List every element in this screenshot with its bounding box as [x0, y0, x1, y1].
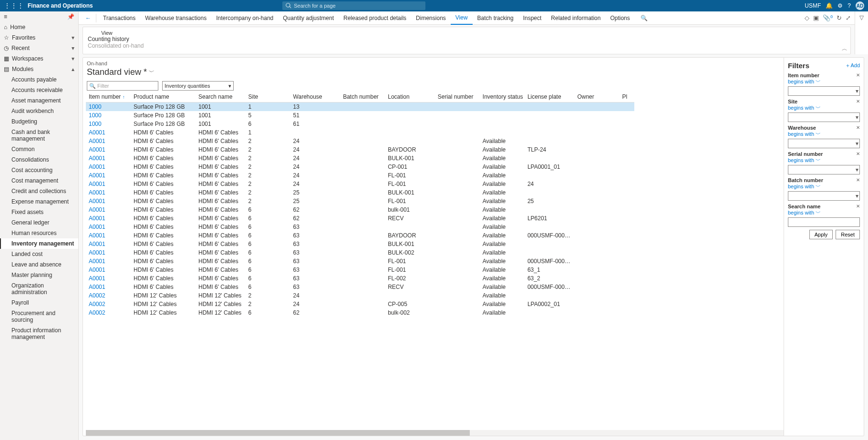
- subheader-link-counting-history[interactable]: Counting history: [88, 36, 846, 42]
- module-consolidations[interactable]: Consolidations: [0, 154, 78, 165]
- add-filter-button[interactable]: ＋Add: [845, 62, 860, 69]
- module-leave-and-absence[interactable]: Leave and absence: [0, 259, 78, 270]
- filter-operator[interactable]: begins with ﹀: [788, 131, 860, 138]
- filter-input[interactable]: ▾: [788, 86, 860, 96]
- pin-page-icon[interactable]: 📎⁰: [823, 14, 833, 21]
- col-search-name[interactable]: Search name: [196, 92, 246, 102]
- col-batch-number[interactable]: Batch number: [340, 92, 385, 102]
- table-row[interactable]: A0001HDMI 6' CablesHDMI 6' Cables663RECV…: [86, 283, 634, 291]
- item-number-cell[interactable]: A0001: [86, 266, 131, 274]
- tab-transactions[interactable]: Transactions: [98, 11, 140, 25]
- nav-modules[interactable]: ▤Modules▴: [0, 64, 78, 74]
- filter-operator[interactable]: begins with ﹀: [788, 78, 860, 85]
- grid-scroll[interactable]: Item number ↑Product nameSearch nameSite…: [86, 92, 784, 430]
- nav-recent[interactable]: ◷Recent▾: [0, 43, 78, 53]
- pin-icon[interactable]: 📌: [67, 13, 74, 20]
- item-number-cell[interactable]: A0001: [86, 257, 131, 266]
- table-row[interactable]: A0001HDMI 6' CablesHDMI 6' Cables224BULK…: [86, 154, 634, 163]
- horizontal-scrollbar[interactable]: [86, 430, 784, 436]
- refresh-icon[interactable]: ↻: [837, 14, 842, 21]
- table-row[interactable]: A0002HDMI 12' CablesHDMI 12' Cables224Av…: [86, 291, 634, 300]
- item-number-cell[interactable]: A0001: [86, 248, 131, 257]
- table-row[interactable]: A0001HDMI 6' CablesHDMI 6' Cables663Avai…: [86, 223, 634, 231]
- popout-icon[interactable]: ⤢: [846, 14, 851, 21]
- col-serial-number[interactable]: Serial number: [435, 92, 480, 102]
- tab-intercompany-on-hand[interactable]: Intercompany on-hand: [211, 11, 278, 25]
- col-site[interactable]: Site: [246, 92, 290, 102]
- apply-button[interactable]: Apply: [809, 230, 833, 239]
- col-inventory-status[interactable]: Inventory status: [480, 92, 525, 102]
- reset-button[interactable]: Reset: [836, 230, 860, 239]
- module-human-resources[interactable]: Human resources: [0, 228, 78, 238]
- back-icon[interactable]: ←: [83, 15, 94, 21]
- remove-filter-icon[interactable]: ✕: [856, 177, 860, 183]
- item-number-cell[interactable]: A0001: [86, 197, 131, 205]
- table-row[interactable]: A0001HDMI 6' CablesHDMI 6' Cables224Avai…: [86, 137, 634, 145]
- module-cost-accounting[interactable]: Cost accounting: [0, 165, 78, 175]
- tab-view[interactable]: View: [451, 11, 473, 25]
- item-number-cell[interactable]: A0001: [86, 180, 131, 188]
- item-number-cell[interactable]: A0001: [86, 163, 131, 171]
- module-product-information-management[interactable]: Product information management: [0, 325, 78, 342]
- item-number-cell[interactable]: A0001: [86, 137, 131, 145]
- filter-input[interactable]: ▾: [788, 165, 860, 174]
- remove-filter-icon[interactable]: ✕: [856, 204, 860, 209]
- company-code[interactable]: USMF: [805, 2, 821, 9]
- col-license-plate[interactable]: License plate: [525, 92, 575, 102]
- item-number-cell[interactable]: A0001: [86, 128, 131, 137]
- table-row[interactable]: A0001HDMI 6' CablesHDMI 6' Cables662RECV…: [86, 214, 634, 223]
- view-name[interactable]: Standard view * ﹀: [86, 66, 784, 80]
- app-launcher-icon[interactable]: ⋮⋮⋮: [4, 2, 24, 10]
- remove-filter-icon[interactable]: ✕: [856, 125, 860, 130]
- tab-search-icon[interactable]: 🔍: [641, 15, 648, 21]
- table-row[interactable]: A0001HDMI 6' CablesHDMI 6' Cables224FL-0…: [86, 171, 634, 180]
- filter-operator[interactable]: begins with ﹀: [788, 209, 860, 216]
- item-number-cell[interactable]: A0001: [86, 205, 131, 214]
- filter-operator[interactable]: begins with ﹀: [788, 183, 860, 190]
- table-row[interactable]: A0001HDMI 6' CablesHDMI 6' Cables663BULK…: [86, 248, 634, 257]
- remove-filter-icon[interactable]: ✕: [856, 151, 860, 156]
- module-cost-management[interactable]: Cost management: [0, 175, 78, 186]
- item-number-cell[interactable]: A0001: [86, 188, 131, 197]
- tab-released-product-details[interactable]: Released product details: [339, 11, 411, 25]
- tab-batch-tracking[interactable]: Batch tracking: [473, 11, 518, 25]
- col-item-number[interactable]: Item number ↑: [86, 92, 131, 102]
- table-row[interactable]: A0001HDMI 6' CablesHDMI 6' Cables663BULK…: [86, 240, 634, 248]
- quick-filter-input[interactable]: 🔍 Filter: [87, 81, 158, 91]
- module-credit-and-collections[interactable]: Credit and collections: [0, 186, 78, 196]
- funnel-icon[interactable]: ▽: [859, 14, 864, 21]
- remove-filter-icon[interactable]: ✕: [856, 72, 860, 78]
- hamburger-icon[interactable]: ≡: [4, 13, 7, 20]
- office-icon[interactable]: ▣: [813, 14, 819, 21]
- item-number-cell[interactable]: A0002: [86, 291, 131, 300]
- item-number-cell[interactable]: A0001: [86, 240, 131, 248]
- tab-quantity-adjustment[interactable]: Quantity adjustment: [278, 11, 339, 25]
- filter-input[interactable]: ▾: [788, 191, 860, 201]
- filter-input[interactable]: ▾: [788, 139, 860, 148]
- module-payroll[interactable]: Payroll: [0, 297, 78, 308]
- tab-warehouse-transactions[interactable]: Warehouse transactions: [140, 11, 211, 25]
- module-accounts-payable[interactable]: Accounts payable: [0, 74, 78, 85]
- nav-home[interactable]: ⌂Home: [0, 22, 78, 32]
- item-number-cell[interactable]: A0001: [86, 154, 131, 163]
- table-row[interactable]: A0001HDMI 6' CablesHDMI 6' Cables1: [86, 128, 634, 137]
- table-row[interactable]: A0001HDMI 6' CablesHDMI 6' Cables224BAYD…: [86, 145, 634, 154]
- module-organization-administration[interactable]: Organization administration: [0, 280, 78, 297]
- item-number-cell[interactable]: A0001: [86, 274, 131, 283]
- col-location[interactable]: Location: [385, 92, 435, 102]
- item-number-cell[interactable]: 1000: [86, 102, 131, 112]
- module-common[interactable]: Common: [0, 144, 78, 154]
- module-master-planning[interactable]: Master planning: [0, 270, 78, 280]
- table-row[interactable]: A0001HDMI 6' CablesHDMI 6' Cables662bulk…: [86, 205, 634, 214]
- table-row[interactable]: A0002HDMI 12' CablesHDMI 12' Cables662bu…: [86, 308, 634, 317]
- table-row[interactable]: A0001HDMI 6' CablesHDMI 6' Cables225BULK…: [86, 188, 634, 197]
- filter-input[interactable]: [788, 217, 860, 227]
- filter-input[interactable]: ▾: [788, 113, 860, 122]
- nav-workspaces[interactable]: ▦Workspaces▾: [0, 53, 78, 64]
- item-number-cell[interactable]: A0001: [86, 145, 131, 154]
- table-row[interactable]: 1000Surface Pro 128 GB1001113: [86, 102, 634, 112]
- item-number-cell[interactable]: A0001: [86, 171, 131, 180]
- tab-options[interactable]: Options: [605, 11, 634, 25]
- item-number-cell[interactable]: 1000: [86, 111, 131, 120]
- table-row[interactable]: A0001HDMI 6' CablesHDMI 6' Cables224CP-0…: [86, 163, 634, 171]
